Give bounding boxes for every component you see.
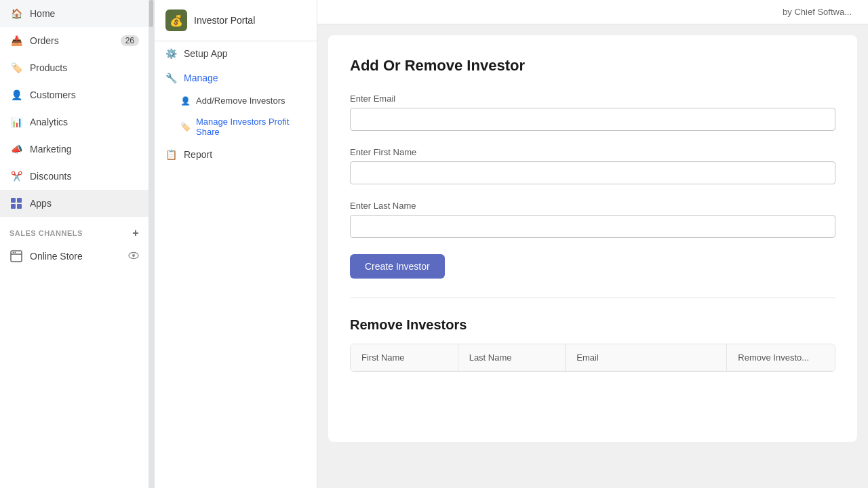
email-input[interactable] (350, 108, 835, 131)
home-icon: 🏠 (9, 7, 23, 20)
online-store-icon (9, 249, 23, 263)
manage-icon: 🔧 (165, 73, 177, 83)
nav-add-remove-investors[interactable]: 👤 Add/Remove Investors (155, 90, 317, 111)
investors-table: First Name Last Name Email Remove Invest… (350, 344, 835, 372)
nav-setup-app-label: Setup App (184, 48, 228, 59)
nav-add-remove-label: Add/Remove Investors (196, 96, 285, 106)
left-sidebar: 🏠 Home 📥 Orders 26 🏷️ Products 👤 Custome… (0, 0, 149, 488)
app-nav: 💰 Investor Portal ⚙️ Setup App 🔧 Manage … (155, 0, 317, 488)
nav-report-label: Report (184, 149, 212, 160)
sidebar-label-online-store: Online Store (30, 251, 83, 262)
sidebar-item-customers[interactable]: 👤 Customers (0, 81, 149, 108)
online-store-visibility-icon[interactable] (128, 250, 139, 263)
add-remove-icon: 👤 (180, 96, 191, 106)
portal-title: Investor Portal (194, 15, 255, 26)
col-last-name: Last Name (458, 344, 566, 371)
sidebar-label-home: Home (30, 8, 55, 19)
orders-icon: 📥 (9, 34, 23, 47)
table-header-row: First Name Last Name Email Remove Invest… (351, 344, 835, 371)
create-investor-button[interactable]: Create Investor (350, 254, 445, 279)
customers-icon: 👤 (9, 88, 23, 102)
marketing-icon: 📣 (9, 142, 23, 156)
sidebar-item-analytics[interactable]: 📊 Analytics (0, 108, 149, 136)
nav-setup-app[interactable]: ⚙️ Setup App (155, 41, 317, 66)
svg-point-6 (15, 252, 16, 253)
portal-icon: 💰 (165, 9, 187, 31)
last-name-form-group: Enter Last Name (350, 201, 835, 238)
by-label: by Chief Softwa... (783, 7, 852, 17)
sidebar-scrollbar[interactable] (149, 0, 155, 488)
nav-report[interactable]: 📋 Report (155, 142, 317, 167)
col-email: Email (566, 344, 727, 371)
sidebar-item-discounts[interactable]: ✂️ Discounts (0, 163, 149, 190)
svg-point-5 (13, 252, 14, 253)
nav-manage-profit-share[interactable]: 🏷️ Manage Investors Profit Share (155, 111, 317, 142)
nav-manage-label: Manage (184, 73, 218, 83)
report-icon: 📋 (165, 149, 177, 160)
orders-badge: 26 (121, 35, 139, 46)
apps-icon (9, 197, 23, 210)
sales-channels-section: SALES CHANNELS + (0, 217, 149, 243)
sidebar-item-apps[interactable]: Apps (0, 190, 149, 217)
sidebar-item-online-store[interactable]: Online Store (0, 243, 149, 270)
svg-rect-4 (11, 251, 22, 262)
sidebar-item-marketing[interactable]: 📣 Marketing (0, 136, 149, 163)
profit-share-icon: 🏷️ (180, 122, 191, 131)
first-name-label: Enter First Name (350, 147, 835, 157)
sidebar-label-orders: Orders (30, 35, 59, 46)
sidebar-label-marketing: Marketing (30, 144, 71, 155)
first-name-input[interactable] (350, 161, 835, 184)
col-first-name: First Name (351, 344, 458, 371)
first-name-form-group: Enter First Name (350, 147, 835, 184)
products-icon: 🏷️ (9, 61, 23, 75)
svg-rect-3 (17, 204, 22, 209)
app-nav-header: 💰 Investor Portal (155, 0, 317, 41)
last-name-input[interactable] (350, 215, 835, 238)
add-remove-title: Add Or Remove Investor (350, 57, 835, 75)
last-name-label: Enter Last Name (350, 201, 835, 211)
add-sales-channel-button[interactable]: + (132, 228, 139, 239)
sidebar-label-apps: Apps (30, 198, 52, 209)
sidebar-label-discounts: Discounts (30, 171, 71, 182)
content-area: Add Or Remove Investor Enter Email Enter… (328, 35, 857, 442)
remove-investors-title: Remove Investors (350, 317, 835, 333)
discounts-icon: ✂️ (9, 169, 23, 183)
email-label: Enter Email (350, 94, 835, 104)
nav-manage[interactable]: 🔧 Manage (155, 66, 317, 90)
svg-rect-1 (17, 198, 22, 203)
sidebar-label-analytics: Analytics (30, 117, 68, 127)
svg-rect-2 (11, 204, 16, 209)
email-form-group: Enter Email (350, 94, 835, 131)
top-bar: by Chief Softwa... (317, 0, 868, 24)
analytics-icon: 📊 (9, 115, 23, 129)
sales-channels-label: SALES CHANNELS (9, 229, 83, 237)
section-divider (350, 298, 835, 298)
svg-point-8 (132, 254, 135, 257)
sidebar-item-home[interactable]: 🏠 Home (0, 0, 149, 27)
main-content: by Chief Softwa... Add Or Remove Investo… (317, 0, 868, 488)
setup-app-icon: ⚙️ (165, 48, 177, 59)
sidebar-item-orders[interactable]: 📥 Orders 26 (0, 27, 149, 54)
scroll-thumb (149, 0, 153, 27)
sidebar-label-customers: Customers (30, 89, 76, 100)
col-remove: Remove Investo... (727, 344, 835, 371)
sidebar-label-products: Products (30, 62, 67, 73)
nav-profit-share-label: Manage Investors Profit Share (196, 117, 306, 137)
sidebar-item-products[interactable]: 🏷️ Products (0, 54, 149, 81)
svg-rect-0 (11, 198, 16, 203)
